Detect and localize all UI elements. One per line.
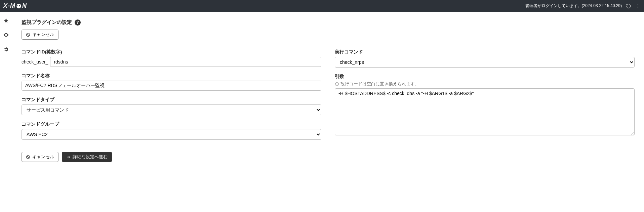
logo: X-M N [3, 2, 27, 9]
page-title: 監視プラグインの設定 [22, 19, 72, 26]
args-note: 改行コードは空白に置き換えられます。 [335, 81, 635, 87]
sidebar [0, 12, 12, 212]
action-row: キャンセル 詳細な設定へ進む [22, 152, 635, 162]
cancel-button-top[interactable]: キャンセル [22, 30, 58, 40]
form-right-column: 実行コマンド check_nrpe 引数 改行コードは空白に置き換えられます。 [335, 49, 635, 146]
svg-point-2 [19, 5, 20, 6]
form-left-column: コマンドID(英数字) check_user_ コマンド名称 コマンドタイプ サ… [22, 49, 321, 146]
page-title-row: 監視プラグインの設定 ? [22, 19, 635, 26]
star-icon [3, 18, 9, 23]
command-id-input[interactable] [50, 57, 321, 67]
logo-moon-icon [16, 3, 22, 9]
sidebar-item-monitoring[interactable] [3, 32, 9, 39]
command-group-label: コマンドグループ [22, 121, 321, 127]
exec-command-label: 実行コマンド [335, 49, 635, 55]
sidebar-item-favorites[interactable] [3, 18, 9, 25]
args-textarea[interactable] [335, 88, 635, 135]
command-name-input[interactable] [22, 81, 321, 91]
exec-command-select[interactable]: check_nrpe [335, 57, 635, 68]
eye-icon [3, 32, 9, 38]
proceed-button[interactable]: 詳細な設定へ進む [62, 152, 112, 162]
svg-point-1 [17, 5, 18, 6]
command-group-select[interactable]: AWS EC2 [22, 129, 321, 140]
command-type-label: コマンドタイプ [22, 97, 321, 103]
reload-icon[interactable] [626, 3, 631, 9]
svg-point-6 [638, 7, 638, 8]
command-name-label: コマンド名称 [22, 73, 321, 79]
info-icon [335, 82, 339, 86]
svg-point-5 [638, 5, 638, 6]
gear-icon [3, 47, 9, 52]
topbar: X-M N 管理者がログインしています。(2024-03-22 15:40:29… [0, 0, 644, 12]
cancel-icon [26, 33, 30, 37]
main-content: 監視プラグインの設定 ? キャンセル コマンドID(英数字) check_use… [12, 12, 644, 212]
command-type-select[interactable]: サービス用コマンド [22, 104, 321, 115]
svg-point-0 [16, 4, 21, 8]
command-id-prefix: check_user_ [22, 59, 48, 65]
command-id-label: コマンドID(英数字) [22, 49, 321, 55]
login-status-text: 管理者がログインしています。(2024-03-22 15:40:29) [525, 3, 622, 9]
args-label: 引数 [335, 74, 635, 80]
svg-point-3 [19, 6, 19, 7]
svg-point-7 [5, 35, 6, 36]
cancel-icon [26, 155, 30, 159]
topbar-right: 管理者がログインしています。(2024-03-22 15:40:29) [525, 3, 641, 9]
help-icon[interactable]: ? [75, 19, 81, 26]
sidebar-item-settings[interactable] [3, 47, 9, 53]
more-vertical-icon[interactable] [635, 3, 641, 9]
arrow-right-icon [66, 155, 71, 159]
cancel-button-bottom[interactable]: キャンセル [22, 152, 58, 162]
svg-point-4 [638, 4, 638, 5]
